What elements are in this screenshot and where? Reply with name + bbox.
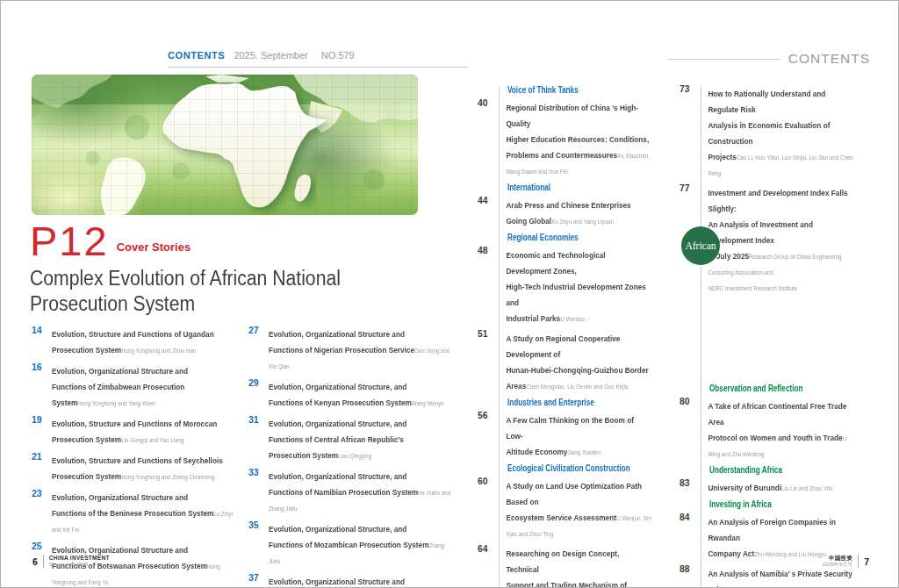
left-toc-column-2: 27 Evolution, Organizational Structure a… (248, 325, 485, 588)
toc-entry: 23 Evolution, Organizational Structure a… (32, 488, 269, 535)
entry-page-number: 37 (248, 572, 269, 583)
toc-section: Observation and Reflection 80 A Take of … (680, 383, 883, 460)
entry-title: Researching on Design Concept, Technical… (506, 549, 638, 588)
right-page-footer: 中国投资 2025年9月号 7 (822, 555, 869, 569)
toc-entry: 51 A Study on Regional Cooperative Devel… (478, 329, 681, 392)
toc-section: Industries and Enterprise 56 A Few Calm … (478, 397, 681, 458)
entry-page-number: 25 (32, 541, 52, 551)
toc-entry: 16 Evolution, Organizational Structure a… (32, 362, 269, 409)
entry-page-number: 19 (32, 414, 52, 425)
footer-page-number: 7 (864, 556, 869, 567)
left-toc-column-1: 14 Evolution, Structure and Functions of… (32, 325, 269, 588)
section-heading: International (507, 182, 643, 192)
entry-page-number: 56 (478, 411, 499, 420)
issue-date: 2025. September (234, 50, 307, 61)
entry-page-number: 84 (680, 513, 701, 522)
entry-page-number: 21 (32, 451, 52, 462)
entry-authors: Wang Wenyu (412, 399, 444, 407)
issue-number: NO.579 (321, 50, 355, 61)
section-heading: Understanding Africa (709, 464, 845, 475)
entry-title: How to Rationally Understand and Regulat… (708, 89, 830, 161)
entry-authors: Zhu Weidong and Liu Hongyu (754, 550, 826, 558)
entry-page-number: 27 (248, 325, 269, 335)
toc-entry: 60 A Study on Land Use Optimization Path… (478, 477, 681, 540)
africa-world-map-image (32, 75, 418, 215)
entry-authors: Liu Gongqi and Yao Liang (121, 436, 183, 444)
toc-entry: 21 Evolution, Structure and Functions of… (32, 451, 269, 483)
toc-entry: 84 An Analysis of Foreign Companies in R… (680, 513, 883, 560)
entry-authors: Hong Yonghong and Zhou Han (121, 347, 196, 355)
entry-title: Evolution, Organizational Structure and … (52, 492, 213, 518)
toc-entry: 80 A Take of African Continental Free Tr… (680, 397, 883, 460)
toc-entry: 64 Researching on Design Concept, Techni… (478, 544, 681, 588)
entry-page-number: 73 (680, 84, 701, 94)
african-badge: African (681, 226, 720, 265)
toc-entry: 37 Evolution, Organizational Structure a… (248, 572, 485, 588)
section-heading: Industries and Enterprise (507, 397, 643, 407)
toc-entry: 35 Evolution, Organizational Structure, … (248, 520, 485, 567)
entry-title: A Take of African Continental Free Trade… (708, 401, 846, 442)
footer-divider (858, 555, 859, 568)
section-heading: Observation and Reflection (709, 383, 845, 393)
cover-kicker: Cover Stories (117, 240, 191, 260)
cover-story-block: P12 Cover Stories Complex Evolution of A… (30, 222, 469, 317)
entry-title: University of Burundi (708, 483, 781, 492)
toc-entry: 14 Evolution, Structure and Functions of… (32, 325, 269, 356)
entry-authors: Xu Zeyu and Yang Liyuan (551, 218, 614, 226)
footer-magazine-name: CHINA INVESTMENT (49, 555, 110, 562)
toc-section: Regional Economies 48 Economic and Techn… (478, 232, 681, 392)
entry-authors: Li Wentao (560, 315, 585, 323)
toc-entry: 40 Regional Distribution of China ’s Hig… (478, 98, 681, 177)
entry-authors: Chen Mengxiao, Liu Genlin and Guo Kejia (526, 383, 628, 391)
entry-title: Economic and Technological Development Z… (506, 250, 645, 323)
entry-page-number: 14 (32, 325, 52, 335)
entry-authors: Jiang Xiaofen (567, 448, 601, 456)
footer-magazine-name-cn: 中国投资 (822, 555, 852, 562)
footer-divider (43, 555, 44, 568)
right-toc-column-1: Voice of Think Tanks 40 Regional Distrib… (478, 84, 681, 588)
entry-page-number: 48 (478, 246, 499, 255)
toc-section: Understanding Africa 83 University of Bu… (680, 464, 883, 494)
entry-page-number: 29 (248, 377, 269, 388)
entry-page-number: 77 (680, 183, 701, 193)
entry-page-number: 80 (680, 397, 701, 406)
section-heading: Ecological Civilization Construction (507, 463, 643, 473)
entry-page-number: 64 (478, 544, 499, 554)
left-page-header: CONTENTS 2025. September NO.579 (168, 50, 468, 68)
entry-page-number: 40 (478, 98, 499, 108)
toc-entry: 83 University of BurundiLiu Lin and Zhao… (680, 478, 883, 494)
entry-authors: Liao Qingying (338, 452, 371, 460)
left-page-footer: 6 CHINA INVESTMENT September 2025 (32, 555, 110, 569)
entry-title: Evolution, Organizational Structure, and… (269, 471, 418, 497)
contents-label: CONTENTS (168, 50, 225, 61)
entry-title: Evolution, Organizational Structure and … (269, 577, 436, 588)
toc-entry: 27 Evolution, Organizational Structure a… (248, 325, 485, 372)
toc-entry: 31 Evolution, Organizational Structure, … (248, 414, 485, 462)
footer-page-number: 6 (32, 556, 38, 567)
footer-issue-cn: 2025年9月号 (822, 562, 852, 569)
toc-entry: 44 Arab Press and Chinese Enterprises Go… (478, 196, 681, 227)
entry-page-number: 23 (32, 488, 52, 498)
entry-title: An Analysis of Namibia’ s Private Securi… (708, 569, 852, 588)
footer-issue: September 2025 (49, 562, 110, 569)
contents-label-right: CONTENTS (788, 51, 870, 67)
cover-page-ref: P12 (30, 222, 109, 260)
african-badge-label: African (685, 240, 716, 251)
toc-entry: 19 Evolution, Structure and Functions of… (32, 414, 269, 446)
entry-page-number: 83 (680, 478, 701, 488)
toc-section: Investing in Africa 84 An Analysis of Fo… (680, 498, 883, 588)
entry-page-number: 44 (478, 196, 499, 205)
entry-page-number: 60 (478, 477, 499, 486)
entry-title: Investment and Development Index Falls S… (708, 188, 847, 261)
toc-section: International 44 Arab Press and Chinese … (478, 182, 681, 227)
right-toc-column-2: 73 How to Rationally Understand and Regu… (680, 84, 883, 588)
header-rule (668, 59, 780, 60)
entry-title: Evolution, Organizational Structure, and… (269, 382, 412, 407)
toc-entry: 73 How to Rationally Understand and Regu… (680, 84, 883, 179)
entry-authors: Hong Yonghong and Zheng Chunhong (121, 473, 214, 481)
entry-page-number: 35 (248, 520, 269, 530)
entry-page-number: 51 (478, 329, 499, 339)
section-heading: Investing in Africa (709, 498, 845, 509)
entry-authors: Hong Yonghong and Yang Xiwei (77, 399, 155, 407)
right-page-header: CONTENTS (668, 51, 870, 67)
